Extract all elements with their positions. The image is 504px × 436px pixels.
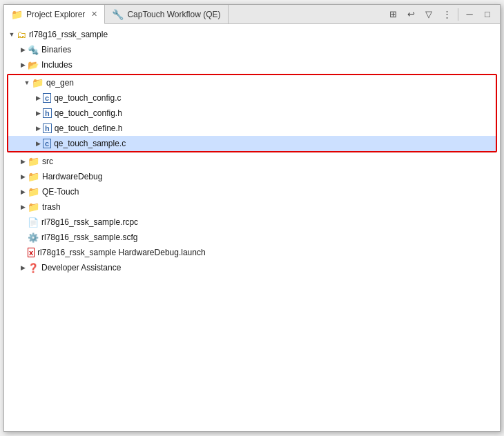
tree-item-launch[interactable]: x rl78g16_rssk_sample HardwareDebug.laun… (4, 245, 500, 260)
chevron-qe-touch-define-h (33, 125, 43, 132)
qe-touch-folder-icon: 📁 (28, 186, 39, 197)
chevron-developer-assistance (18, 264, 28, 271)
chevron-trash (18, 204, 28, 210)
toolbar-more-btn[interactable]: ⋮ (438, 7, 455, 22)
toolbar-maximize-btn[interactable]: □ (479, 7, 496, 22)
tree-item-hardware-debug[interactable]: 📁 HardwareDebug (4, 169, 500, 184)
tree-item-qe-touch-config-c[interactable]: c qe_touch_config.c (8, 90, 496, 106)
src-label: src (42, 157, 53, 166)
chevron-qe-gen (22, 79, 32, 86)
qe-touch-define-h-label: qe_touch_define.h (55, 123, 123, 133)
qe-touch-label: QE-Touch (42, 187, 79, 197)
trash-label: trash (42, 202, 61, 212)
tree-item-qe-touch[interactable]: 📁 QE-Touch (4, 184, 500, 199)
tab-captouch-workflow[interactable]: 🔧 CapTouch Workflow (QE) (105, 5, 228, 23)
tree-item-binaries[interactable]: 🔩 Binaries (4, 42, 500, 57)
tree-item-includes[interactable]: 📂 Includes (4, 57, 500, 72)
developer-assistance-icon: ❓ (28, 263, 39, 273)
tree-item-qe-touch-define-h[interactable]: h qe_touch_define.h (8, 121, 496, 136)
hardware-debug-label: HardwareDebug (42, 172, 102, 181)
tree-item-developer-assistance[interactable]: ❓ Developer Assistance (4, 260, 500, 275)
chevron-qe-touch-config-c (33, 95, 43, 101)
binaries-icon: 🔩 (28, 45, 39, 55)
chevron-binaries (18, 46, 28, 53)
launch-file-icon: x (28, 248, 35, 257)
h-file-icon-2: h (43, 123, 52, 133)
tab-close-icon[interactable]: ✕ (91, 10, 97, 19)
scfg-file-icon: ⚙️ (28, 232, 39, 243)
captouch-tab-icon: 🔧 (112, 9, 124, 20)
content-area: 🗂 rl78g16_rssk_sample 🔩 Binaries 📂 Inclu… (4, 24, 500, 431)
chevron-root (7, 31, 17, 38)
tab-project-explorer-label: Project Explorer (26, 10, 85, 19)
tab-bar: 📁 Project Explorer ✕ 🔧 CapTouch Workflow… (4, 5, 500, 24)
toolbar-sync-btn[interactable]: ⊞ (385, 7, 401, 22)
tab-captouch-label: CapTouch Workflow (QE) (127, 10, 220, 19)
qe-gen-group: 📁 qe_gen c qe_touch_config.c (7, 74, 497, 152)
rcpc-file-icon: 📄 (28, 217, 39, 228)
qe-gen-folder-icon: 📁 (32, 77, 43, 88)
chevron-qe-touch-sample-c (33, 140, 43, 147)
developer-assistance-label: Developer Assistance (41, 263, 121, 272)
hardware-debug-folder-icon: 📁 (28, 171, 39, 182)
launch-file-label: rl78g16_rssk_sample HardwareDebug.launch (37, 248, 205, 257)
scfg-file-label: rl78g16_rssk_sample.scfg (41, 232, 137, 242)
tree-container: 🗂 rl78g16_rssk_sample 🔩 Binaries 📂 Inclu… (4, 24, 500, 278)
binaries-label: Binaries (41, 45, 71, 54)
c-file-icon-2: c (43, 139, 51, 148)
tab-project-explorer[interactable]: 📁 Project Explorer ✕ (4, 5, 105, 24)
toolbar-minimize-btn[interactable]: ─ (461, 7, 478, 22)
project-icon: 🗂 (17, 29, 26, 40)
includes-label: Includes (41, 60, 72, 70)
qe-touch-sample-c-label: qe_touch_sample.c (54, 139, 126, 148)
chevron-qe-touch (18, 188, 28, 195)
toolbar-back-btn[interactable]: ↩ (403, 7, 419, 22)
c-file-icon-1: c (43, 93, 51, 103)
chevron-includes (18, 61, 28, 68)
tree-item-root[interactable]: 🗂 rl78g16_rssk_sample (4, 27, 500, 42)
rcpc-file-label: rl78g16_rssk_sample.rcpc (41, 217, 138, 227)
root-label: rl78g16_rssk_sample (29, 30, 108, 39)
chevron-hardware-debug (18, 173, 28, 180)
toolbar-filter-btn[interactable]: ▽ (420, 7, 437, 22)
chevron-qe-touch-config-h (33, 110, 43, 117)
qe-touch-config-c-label: qe_touch_config.c (54, 93, 121, 103)
tree-item-qe-touch-sample-c[interactable]: c qe_touch_sample.c (8, 136, 496, 151)
tree-item-qe-touch-config-h[interactable]: h qe_touch_config.h (8, 106, 496, 121)
trash-folder-icon: 📁 (28, 201, 39, 212)
tree-item-rcpc[interactable]: 📄 rl78g16_rssk_sample.rcpc (4, 215, 500, 230)
chevron-src (18, 158, 28, 165)
includes-icon: 📂 (28, 60, 39, 70)
explorer-panel: 🗂 rl78g16_rssk_sample 🔩 Binaries 📂 Inclu… (4, 24, 500, 431)
tree-item-trash[interactable]: 📁 trash (4, 199, 500, 215)
qe-gen-label: qe_gen (46, 78, 74, 88)
tree-item-qe-gen[interactable]: 📁 qe_gen (8, 75, 496, 90)
src-folder-icon: 📁 (28, 156, 39, 167)
project-explorer-tab-icon: 📁 (11, 9, 23, 20)
tree-item-scfg[interactable]: ⚙️ rl78g16_rssk_sample.scfg (4, 230, 500, 245)
qe-touch-config-h-label: qe_touch_config.h (55, 108, 122, 118)
main-window: 📁 Project Explorer ✕ 🔧 CapTouch Workflow… (3, 4, 501, 432)
h-file-icon-1: h (43, 108, 52, 118)
toolbar-separator (458, 8, 458, 21)
tree-item-src[interactable]: 📁 src (4, 154, 500, 169)
